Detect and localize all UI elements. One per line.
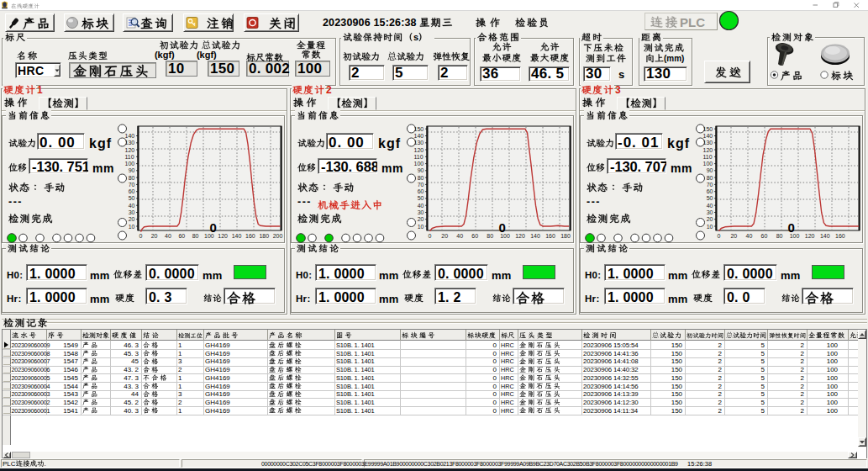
svg-text:60: 60 xyxy=(129,188,135,194)
svg-text:43. 3: 43. 3 xyxy=(124,383,139,390)
svg-text:0: 0 xyxy=(717,233,720,239)
svg-text:S10B. 1. 1401: S10B. 1. 1401 xyxy=(336,407,375,415)
svg-text:150: 150 xyxy=(671,350,683,357)
svg-text:2: 2 xyxy=(440,65,449,81)
svg-text:20: 20 xyxy=(129,216,135,222)
svg-text:0. 0000: 0. 0000 xyxy=(149,267,195,281)
svg-text:3: 3 xyxy=(178,390,182,398)
svg-text:0: 0 xyxy=(428,233,431,239)
svg-text:0: 0 xyxy=(493,399,497,406)
svg-text:1542: 1542 xyxy=(63,399,78,406)
svg-text:40: 40 xyxy=(165,233,171,239)
svg-text:0. 0: 0. 0 xyxy=(727,290,750,304)
svg-text:202309060004: 202309060004 xyxy=(12,383,50,390)
svg-text:1545: 1545 xyxy=(63,374,78,382)
svg-text:mm: mm xyxy=(90,293,110,305)
svg-text:S10B. 1. 1401: S10B. 1. 1401 xyxy=(336,341,375,349)
svg-text:0: 0 xyxy=(210,220,217,235)
svg-text:HRC: HRC xyxy=(501,374,514,382)
svg-text:1: 1 xyxy=(178,341,182,349)
svg-text:2: 2 xyxy=(801,341,805,349)
svg-text:150: 150 xyxy=(414,126,424,132)
svg-text:S10B. 1. 1401: S10B. 1. 1401 xyxy=(336,399,375,406)
svg-text:HRC: HRC xyxy=(501,366,514,373)
svg-text:202309060005: 202309060005 xyxy=(12,374,50,382)
svg-text:s: s xyxy=(413,32,418,42)
svg-text:100: 100 xyxy=(827,357,839,365)
svg-text:50: 50 xyxy=(707,195,713,201)
svg-text:100: 100 xyxy=(827,341,839,349)
svg-text:140: 140 xyxy=(414,133,424,139)
svg-text:70: 70 xyxy=(418,182,424,188)
svg-text:5: 5 xyxy=(761,357,765,365)
svg-text:80: 80 xyxy=(129,175,135,181)
svg-text:1544: 1544 xyxy=(63,383,78,390)
svg-text:10: 10 xyxy=(168,61,185,77)
svg-text:180: 180 xyxy=(560,233,571,239)
svg-text:10: 10 xyxy=(418,224,424,230)
svg-text:PLC: PLC xyxy=(680,15,705,29)
svg-text:20230906 14:41:36: 20230906 14:41:36 xyxy=(583,350,639,357)
svg-text:-130. 7073: -130. 7073 xyxy=(610,159,676,174)
svg-text:2: 2 xyxy=(718,399,723,406)
svg-text:00000000C302C05C3F8000003F8000: 00000000C302C05C3F8000003F8000003E99999A… xyxy=(261,461,678,467)
svg-text:100: 100 xyxy=(125,161,135,167)
svg-text:80: 80 xyxy=(707,175,713,181)
svg-text:120: 120 xyxy=(805,233,815,239)
svg-text:30: 30 xyxy=(129,209,135,215)
svg-text:GH4169: GH4169 xyxy=(205,350,230,357)
svg-text:mm: mm xyxy=(668,293,688,305)
svg-text:5: 5 xyxy=(761,366,765,373)
svg-text:5: 5 xyxy=(761,407,765,415)
svg-text:0: 0 xyxy=(499,220,506,235)
svg-text:GH4169: GH4169 xyxy=(205,383,230,390)
svg-text:S10B. 1. 1401: S10B. 1. 1401 xyxy=(336,390,375,398)
svg-text:150: 150 xyxy=(671,399,683,406)
svg-text:40: 40 xyxy=(746,233,753,239)
svg-text:(kgf): (kgf) xyxy=(197,50,217,60)
svg-text:2: 2 xyxy=(801,357,805,365)
svg-text:120: 120 xyxy=(125,147,135,153)
svg-text:0. 3: 0. 3 xyxy=(149,290,172,304)
svg-text:---: --- xyxy=(8,196,23,208)
svg-text:100: 100 xyxy=(414,161,424,167)
svg-text:20: 20 xyxy=(418,216,424,222)
svg-text:mm: mm xyxy=(781,269,801,282)
svg-text:180: 180 xyxy=(259,233,269,239)
svg-text:90: 90 xyxy=(418,167,424,173)
svg-text:2: 2 xyxy=(326,84,332,96)
svg-text:S10B. 1. 1401: S10B. 1. 1401 xyxy=(336,366,375,373)
svg-text:150: 150 xyxy=(671,390,683,398)
svg-text:2: 2 xyxy=(718,341,723,349)
svg-text:1549: 1549 xyxy=(63,341,78,349)
svg-text:200: 200 xyxy=(273,233,283,239)
svg-text:20230906 15:26:38: 20230906 15:26:38 xyxy=(323,17,417,29)
svg-text:1. 0000: 1. 0000 xyxy=(318,290,365,304)
svg-text:2: 2 xyxy=(801,399,805,406)
svg-text:20230906 15:05:54: 20230906 15:05:54 xyxy=(583,341,639,349)
svg-text:mm: mm xyxy=(90,269,110,282)
svg-text:202309060002: 202309060002 xyxy=(12,399,50,406)
svg-text:S10B. 1. 1401: S10B. 1. 1401 xyxy=(336,350,375,357)
svg-text:100: 100 xyxy=(703,161,713,167)
svg-text:2: 2 xyxy=(178,399,182,406)
svg-text:2: 2 xyxy=(718,366,723,373)
svg-text:20: 20 xyxy=(151,233,158,239)
svg-text:100: 100 xyxy=(827,374,839,382)
svg-text:GH4169: GH4169 xyxy=(205,357,230,365)
svg-text:1541: 1541 xyxy=(63,407,78,415)
svg-text:1543: 1543 xyxy=(63,390,78,398)
svg-text:160: 160 xyxy=(835,233,845,239)
svg-text:40. 3: 40. 3 xyxy=(124,407,139,415)
svg-text:80: 80 xyxy=(487,233,493,239)
svg-text:100: 100 xyxy=(827,383,839,390)
svg-text:36: 36 xyxy=(482,66,499,82)
svg-text:30: 30 xyxy=(586,66,602,82)
svg-text:10: 10 xyxy=(707,224,713,230)
svg-text:2: 2 xyxy=(178,366,182,373)
svg-text:60: 60 xyxy=(707,188,713,194)
svg-text:1: 1 xyxy=(178,383,182,390)
svg-text:1: 1 xyxy=(37,84,43,96)
svg-text:H0:: H0: xyxy=(296,270,312,280)
svg-text:2: 2 xyxy=(351,65,360,81)
